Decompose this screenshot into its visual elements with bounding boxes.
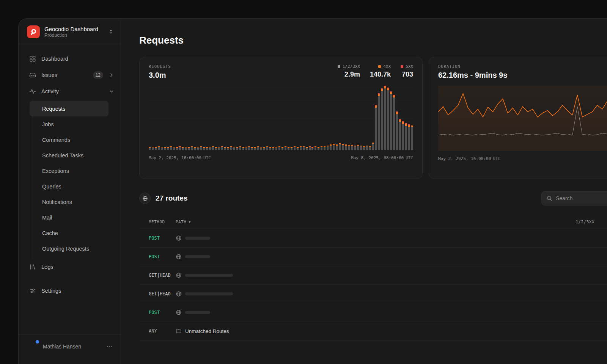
duration-card-label: DURATION [438,64,507,69]
sidebar-subitem-cache[interactable]: Cache [30,225,109,241]
requests-bar [324,146,326,150]
redacted-path [185,274,233,277]
sidebar-item-dashboard[interactable]: Dashboard [19,50,115,67]
sidebar-item-activity[interactable]: Activity [19,83,115,99]
requests-bar [227,147,229,151]
requests-bar [263,147,265,151]
sidebar-subitem-scheduled-tasks[interactable]: Scheduled Tasks [30,147,109,163]
search-icon [546,195,552,201]
issues-count-badge: 12 [93,71,103,79]
sidebar-subitem-mail[interactable]: Mail [30,210,109,225]
requests-bar [366,146,368,150]
chevron-right-icon [109,72,115,78]
requests-bar [248,146,250,150]
requests-bar [300,146,302,150]
requests-bar [155,147,157,151]
sidebar-subitem-exceptions[interactable]: Exceptions [30,163,109,179]
redacted-path [185,292,233,295]
sidebar-subitem-requests[interactable]: Requests [30,101,109,116]
sidebar-subitem-commands[interactable]: Commands [30,132,109,147]
sidebar-item-logs[interactable]: Logs [19,259,115,275]
requests-bar [393,95,395,150]
redacted-path [185,255,210,258]
requests-bar [281,147,283,151]
search-input[interactable] [556,195,607,201]
x-axis-start: May 2, 2025, 16:00:00UTC [149,155,211,160]
route-method: POST [139,235,176,241]
user-name: Mathias Hansen [43,344,102,350]
duration-line-chart [438,86,607,151]
requests-bar [390,91,392,150]
workspace-switcher[interactable]: Geocodio Dashboard Production [19,19,121,45]
requests-bar [218,147,220,150]
route-row[interactable]: POST [139,248,607,266]
requests-bar [158,146,160,150]
grid-icon [29,55,36,62]
requests-bar [327,146,329,150]
user-footer[interactable]: Mathias Hansen ⋯ [19,334,121,358]
workspace-name: Geocodio Dashboard [44,26,104,32]
requests-card: REQUESTS 3.0m 1/2/3XX 2.9m 4XX 140.7k 5X… [139,57,423,179]
workspace-meta: Geocodio Dashboard Production [44,26,104,38]
requests-card-label: REQUESTS [149,64,171,69]
globe-icon [176,291,182,297]
sidebar-subitem-queries[interactable]: Queries [30,179,109,194]
requests-bar [164,147,166,151]
routes-table: METHOD PATH ▼ 1/2/3XX POST POST GET|HEAD… [139,215,607,340]
sidebar-subitem-outgoing-requests[interactable]: Outgoing Requests [30,241,109,256]
requests-bar [291,147,292,151]
requests-bar [179,146,181,150]
user-menu-icon[interactable]: ⋯ [107,343,113,350]
requests-bar [185,147,187,150]
search-box[interactable] [541,191,607,206]
route-method: POST [139,254,176,259]
requests-bar [188,147,190,151]
requests-bar-chart [149,86,413,150]
requests-bar [360,146,362,150]
globe-icon [176,272,182,278]
routes-header: 27 routes [139,191,607,206]
requests-bar [318,147,319,151]
requests-bar [245,147,247,150]
requests-bar [200,146,202,150]
requests-bar [402,121,404,151]
duration-range: 62.16ms - 9mins 9s [438,71,507,80]
requests-bar [351,145,353,150]
requests-bar [167,147,169,151]
requests-bar [399,119,401,150]
route-row[interactable]: GET|HEAD [139,266,607,285]
route-row[interactable]: POST [139,229,607,248]
path-column-header: PATH [176,220,187,224]
requests-bar [275,147,277,150]
route-method: POST [139,310,176,315]
globe-badge-icon [139,193,151,204]
sort-desc-icon[interactable]: ▼ [189,220,191,224]
requests-bar [288,147,289,151]
requests-bar [194,147,196,151]
x-axis-end: May 8, 2025, 08:00:00UTC [351,155,413,160]
app-panel: Geocodio Dashboard Production Dashboard … [18,18,607,364]
sidebar-item-settings[interactable]: Settings [19,282,115,299]
sidebar-subitem-notifications[interactable]: Notifications [30,194,109,210]
globe-icon [176,235,182,241]
method-column-header: METHOD [139,220,176,224]
requests-bar [330,144,332,150]
route-row[interactable]: POST [139,303,607,322]
inbox-icon [29,72,36,78]
sidebar-subitem-jobs[interactable]: Jobs [30,116,109,132]
route-method: GET|HEAD [139,273,176,278]
route-row[interactable]: ANY Unmatched Routes [139,322,607,340]
legend-item-1-2-3xx: 1/2/3XX 2.9m [338,64,360,78]
globe-icon [176,254,182,260]
redacted-path [185,237,210,240]
route-row[interactable]: GET|HEAD [139,285,607,303]
requests-bar [251,147,253,151]
requests-bar [197,147,199,150]
sidebar-item-issues[interactable]: Issues12 [19,67,115,83]
sidebar-nav: Dashboard Issues12 ActivityRequestsJobsC… [19,45,121,299]
requests-bar [152,147,154,150]
requests-bar [306,147,308,151]
table-header: METHOD PATH ▼ 1/2/3XX [139,215,607,229]
legend-item-5xx: 5XX 703 [401,64,413,78]
requests-bar [345,144,347,150]
